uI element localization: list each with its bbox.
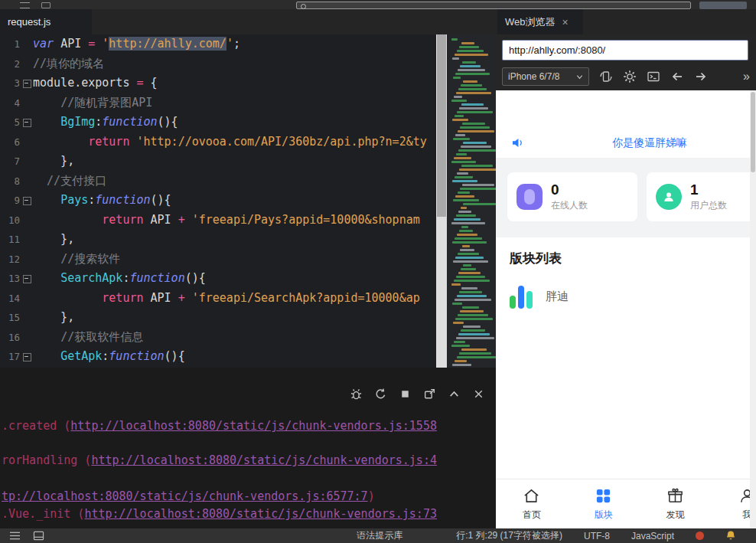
editor-scrollbar-thumb[interactable] bbox=[437, 34, 446, 217]
code-line[interactable]: 6 return 'http://ovooa.com/API/360bz/api… bbox=[0, 132, 436, 152]
grid-icon bbox=[595, 487, 612, 505]
forward-arrow-icon[interactable] bbox=[694, 70, 708, 83]
fold-marker[interactable] bbox=[20, 269, 33, 289]
debug-bug-icon[interactable] bbox=[350, 388, 363, 401]
fold-gutter bbox=[20, 308, 33, 328]
tab-me-label: 我 bbox=[742, 509, 750, 522]
code-text: return 'http://ovooa.com/API/360bz/api.p… bbox=[33, 132, 427, 152]
code-editor[interactable]: 1var API = 'http://ahlly.com/';2//填你的域名3… bbox=[0, 34, 436, 368]
code-text: var API = 'http://ahlly.com/'; bbox=[33, 34, 240, 54]
code-line[interactable]: 15 }, bbox=[0, 308, 436, 328]
syntax-hint-library[interactable]: 语法提示库 bbox=[357, 529, 402, 542]
stack-trace-link[interactable]: http://localhost:8080/static/js/chunk-ve… bbox=[84, 507, 437, 521]
preview-scrollbar[interactable] bbox=[750, 90, 756, 528]
more-tools-chevron[interactable]: » bbox=[743, 70, 750, 83]
cursor-position[interactable]: 行:1 列:29 (17字符被选择) bbox=[456, 529, 562, 542]
code-line[interactable]: 1var API = 'http://ahlly.com/'; bbox=[0, 34, 436, 54]
minimap[interactable] bbox=[447, 34, 496, 368]
bell-icon[interactable] bbox=[725, 530, 736, 541]
fold-marker[interactable] bbox=[20, 113, 33, 132]
person-icon bbox=[738, 487, 750, 505]
stack-trace-link[interactable]: http://localhost:8080/static/js/chunk-ve… bbox=[91, 453, 437, 467]
device-select[interactable]: iPhone 6/7/8 bbox=[502, 67, 589, 86]
code-line[interactable]: 7 }, bbox=[0, 152, 436, 172]
code-text: }, bbox=[33, 152, 74, 172]
fold-marker[interactable] bbox=[20, 347, 33, 367]
total-label: 用户总数 bbox=[690, 199, 727, 212]
code-line[interactable]: 5 BgImg:function(){ bbox=[0, 113, 436, 132]
collapse-panel-icon[interactable] bbox=[448, 388, 461, 401]
devtools-console-icon[interactable] bbox=[647, 70, 660, 83]
code-line[interactable]: 10 return API + 'freeapi/Pays?appid=1000… bbox=[0, 211, 436, 231]
line-number: 3 bbox=[0, 74, 20, 93]
line-number: 5 bbox=[0, 113, 20, 132]
console-panel-icon[interactable] bbox=[33, 531, 44, 541]
console-line: rorHandling (http://localhost:8080/stati… bbox=[2, 453, 437, 467]
console-panel: .created (http://localhost:8080/static/j… bbox=[0, 368, 496, 528]
tab-home[interactable]: 首页 bbox=[496, 479, 568, 528]
line-number: 10 bbox=[0, 211, 20, 231]
code-line[interactable]: 12 //搜索软件 bbox=[0, 250, 436, 270]
toolbar-button[interactable] bbox=[699, 2, 747, 9]
preview-scrollbar-thumb[interactable] bbox=[751, 92, 755, 172]
fold-gutter bbox=[20, 152, 33, 172]
fold-gutter bbox=[20, 289, 33, 309]
status-dot-icon[interactable] bbox=[696, 532, 704, 540]
open-file-icon[interactable] bbox=[41, 2, 51, 8]
code-line[interactable]: 17 GetApk:function(){ bbox=[0, 347, 436, 367]
code-line[interactable]: 14 return API + 'freeapi/SearchApk?appid… bbox=[0, 289, 436, 309]
browser-tab-label: Web浏览器 bbox=[505, 15, 556, 29]
tab-me[interactable]: 我 bbox=[711, 479, 750, 528]
gift-icon bbox=[666, 487, 684, 505]
outline-list-icon[interactable] bbox=[9, 531, 21, 541]
stat-card-total: 1 用户总数 bbox=[647, 172, 750, 221]
fold-marker[interactable] bbox=[20, 191, 33, 211]
tab-discover[interactable]: 发现 bbox=[640, 479, 712, 528]
code-line[interactable]: 4 //随机背景图API bbox=[0, 93, 436, 113]
address-bar-input[interactable] bbox=[502, 40, 748, 61]
code-line[interactable]: 13 SearchApk:function(){ bbox=[0, 269, 436, 289]
line-number: 15 bbox=[0, 308, 20, 328]
restart-icon[interactable] bbox=[374, 388, 387, 401]
global-search-input[interactable] bbox=[296, 2, 691, 9]
code-line[interactable]: 11 }, bbox=[0, 230, 436, 250]
code-text: return API + 'freeapi/Pays?appid=10000&s… bbox=[33, 211, 420, 231]
tab-boards[interactable]: 版块 bbox=[568, 479, 640, 528]
rotate-device-icon[interactable] bbox=[599, 70, 613, 83]
line-number: 16 bbox=[0, 328, 20, 348]
menu-icon[interactable] bbox=[20, 2, 30, 8]
section-title: 版块列表 bbox=[510, 250, 750, 267]
status-bar: 语法提示库 行:1 列:29 (17字符被选择) UTF-8 JavaScrip… bbox=[0, 528, 756, 543]
speaker-icon bbox=[511, 136, 524, 149]
close-icon[interactable]: × bbox=[562, 16, 569, 28]
clear-console-icon[interactable] bbox=[472, 388, 485, 401]
line-number: 4 bbox=[0, 93, 20, 113]
stack-trace-link[interactable]: http://localhost:8080/static/js/chunk-ve… bbox=[70, 419, 437, 433]
fold-gutter bbox=[20, 230, 33, 250]
editor-scrollbar[interactable] bbox=[436, 34, 447, 368]
notice-bar[interactable]: 你是傻逼胖娣嘛 bbox=[496, 126, 750, 159]
encoding[interactable]: UTF-8 bbox=[584, 531, 610, 541]
code-line[interactable]: 8 //支付接口 bbox=[0, 172, 436, 191]
back-arrow-icon[interactable] bbox=[670, 70, 684, 83]
board-list-item[interactable]: 胖迪 bbox=[510, 284, 750, 309]
stop-icon[interactable] bbox=[399, 388, 412, 401]
chevron-down-icon bbox=[576, 74, 583, 80]
language-mode[interactable]: JavaScript bbox=[631, 531, 674, 541]
console-line: .Vue._init (http://localhost:8080/static… bbox=[2, 507, 437, 521]
open-external-icon[interactable] bbox=[423, 388, 436, 401]
tab-web-browser[interactable]: Web浏览器 × bbox=[497, 9, 583, 34]
tab-request-js[interactable]: request.js bbox=[0, 9, 92, 34]
code-line[interactable]: 16 //获取软件信息 bbox=[0, 328, 436, 348]
code-line[interactable]: 9 Pays:function(){ bbox=[0, 191, 436, 211]
notice-text: 你是傻逼胖娣嘛 bbox=[612, 126, 687, 159]
stack-trace-link[interactable]: tp://localhost:8080/static/js/chunk-vend… bbox=[2, 489, 368, 503]
code-line[interactable]: 3module.exports = { bbox=[0, 74, 436, 93]
gear-icon[interactable] bbox=[623, 70, 637, 83]
console-toolbar bbox=[350, 388, 485, 401]
fold-gutter bbox=[20, 132, 33, 152]
line-number: 12 bbox=[0, 250, 20, 270]
code-line[interactable]: 2//填你的域名 bbox=[0, 54, 436, 74]
tab-discover-label: 发现 bbox=[666, 509, 684, 522]
fold-marker[interactable] bbox=[20, 74, 33, 93]
